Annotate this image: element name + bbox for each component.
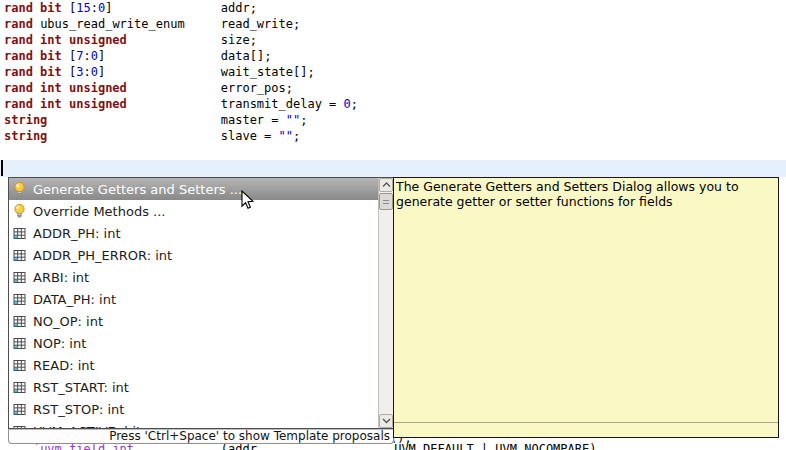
code-token: : <box>83 65 90 79</box>
code-token: : <box>91 1 98 15</box>
code-token: 0 <box>344 97 351 111</box>
code-line[interactable]: rand int unsigned size; <box>4 32 358 48</box>
code-token: rand bit <box>4 65 62 79</box>
code-token: 0 <box>91 65 98 79</box>
code-token: data[]; <box>221 49 272 63</box>
enum-field-icon <box>13 291 26 307</box>
code-token: [ <box>62 1 76 15</box>
code-token: ubus_read_write_enum <box>33 17 221 31</box>
completion-item[interactable]: NO_OP: int <box>9 310 378 332</box>
enum-field-icon <box>13 313 26 329</box>
code-token: wait_state[]; <box>221 65 315 79</box>
code-token: string <box>4 113 47 127</box>
completion-item-label: Override Methods ... <box>33 204 165 219</box>
completion-item[interactable]: ADDR_PH_ERROR: int <box>9 244 378 266</box>
completion-popup: Generate Getters and Setters ...Override… <box>8 177 394 444</box>
code-token <box>127 81 221 95</box>
code-token: slave = <box>221 129 279 143</box>
completion-item-label: ADDR_PH: int <box>33 226 121 241</box>
code-token: rand bit <box>4 49 62 63</box>
code-line[interactable]: string slave = ""; <box>4 128 358 144</box>
completion-item-label: DATA_PH: int <box>33 292 116 307</box>
completion-item-label: NO_OP: int <box>33 314 103 329</box>
completion-list: Generate Getters and Setters ...Override… <box>8 177 394 429</box>
scroll-thumb[interactable] <box>379 193 393 210</box>
popup-status-bar: Press 'Ctrl+Space' to show Template prop… <box>8 429 394 444</box>
current-line-highlight <box>0 160 786 177</box>
enum-field-icon <box>13 379 26 395</box>
lightbulb-icon <box>13 203 26 219</box>
code-line[interactable]: rand bit [15:0] addr; <box>4 0 358 16</box>
completion-item-label: RST_STOP: int <box>33 402 124 417</box>
code-token <box>127 97 221 111</box>
code-token: UVM_DEFAULT | UVM_NOCOMPARE) <box>394 442 596 450</box>
enum-field-icon <box>13 247 26 263</box>
completion-item[interactable]: DATA_PH: int <box>9 288 378 310</box>
chevron-down-icon <box>382 418 391 424</box>
popup-scrollbar[interactable] <box>378 178 393 428</box>
code-token: [ <box>62 65 76 79</box>
completion-item[interactable]: RST_START: int <box>9 376 378 398</box>
enum-field-icon <box>13 269 26 285</box>
completion-item[interactable]: READ: int <box>9 354 378 376</box>
code-token <box>112 1 220 15</box>
code-token: rand int unsigned <box>4 33 127 47</box>
code-token: size; <box>221 33 257 47</box>
completion-item[interactable]: ARBI: int <box>9 266 378 288</box>
completion-item-label: NOP: int <box>33 336 86 351</box>
code-line[interactable]: string master = ""; <box>4 112 358 128</box>
code-lines: rand bit [15:0] addr;rand ubus_read_writ… <box>4 0 358 144</box>
code-token: string <box>4 129 47 143</box>
enum-field-icon <box>13 423 26 429</box>
enum-field-icon <box>13 335 26 351</box>
code-token: read_write; <box>221 17 300 31</box>
completion-item-label: ADDR_PH_ERROR: int <box>33 248 172 263</box>
code-token: master = <box>221 113 286 127</box>
code-token <box>105 65 221 79</box>
code-line[interactable]: rand ubus_read_write_enum read_write; <box>4 16 358 32</box>
completion-item[interactable]: UVM_ACTIVE: bit <box>9 420 378 429</box>
code-token <box>47 113 220 127</box>
enum-field-icon <box>13 401 26 417</box>
completion-item-label: UVM_ACTIVE: bit <box>33 424 141 430</box>
completion-rows: Generate Getters and Setters ...Override… <box>9 178 378 429</box>
code-token: rand bit <box>4 1 62 15</box>
completion-item-label: Generate Getters and Setters ... <box>33 182 242 197</box>
code-token: transmit_delay = <box>221 97 344 111</box>
code-token: "" <box>286 113 300 127</box>
completion-item-label: ARBI: int <box>33 270 89 285</box>
code-token: 0 <box>91 49 98 63</box>
code-token: : <box>83 49 90 63</box>
completion-item[interactable]: NOP: int <box>9 332 378 354</box>
completion-item[interactable]: Generate Getters and Setters ... <box>9 178 378 200</box>
tooltip-footer <box>394 422 778 437</box>
code-token: rand int unsigned <box>4 81 127 95</box>
text-caret <box>1 160 3 176</box>
completion-item[interactable]: ADDR_PH: int <box>9 222 378 244</box>
proposal-info-tooltip: The Generate Getters and Setters Dialog … <box>393 177 779 438</box>
enum-field-icon <box>13 357 26 373</box>
completion-item[interactable]: Override Methods ... <box>9 200 378 222</box>
tooltip-text: The Generate Getters and Setters Dialog … <box>394 178 778 209</box>
enum-field-icon <box>13 225 26 241</box>
code-token: ; <box>300 113 307 127</box>
code-token <box>47 129 220 143</box>
code-token <box>127 33 221 47</box>
code-token: addr; <box>221 1 257 15</box>
completion-item[interactable]: RST_STOP: int <box>9 398 378 420</box>
code-line[interactable]: rand int unsigned transmit_delay = 0; <box>4 96 358 112</box>
chevron-up-icon <box>382 182 391 188</box>
code-line[interactable]: rand bit [7:0] data[]; <box>4 48 358 64</box>
completion-item-label: READ: int <box>33 358 95 373</box>
code-token: 15 <box>76 1 90 15</box>
lightbulb-icon <box>13 181 26 197</box>
code-token: ; <box>293 129 300 143</box>
code-line[interactable]: rand int unsigned error_pos; <box>4 80 358 96</box>
scroll-down-button[interactable] <box>379 414 393 428</box>
thumb-grip <box>383 200 389 201</box>
code-token: rand int unsigned <box>4 97 127 111</box>
code-line[interactable]: rand bit [3:0] wait_state[]; <box>4 64 358 80</box>
code-token <box>105 49 221 63</box>
code-token: rand <box>4 17 33 31</box>
scroll-up-button[interactable] <box>379 178 393 192</box>
